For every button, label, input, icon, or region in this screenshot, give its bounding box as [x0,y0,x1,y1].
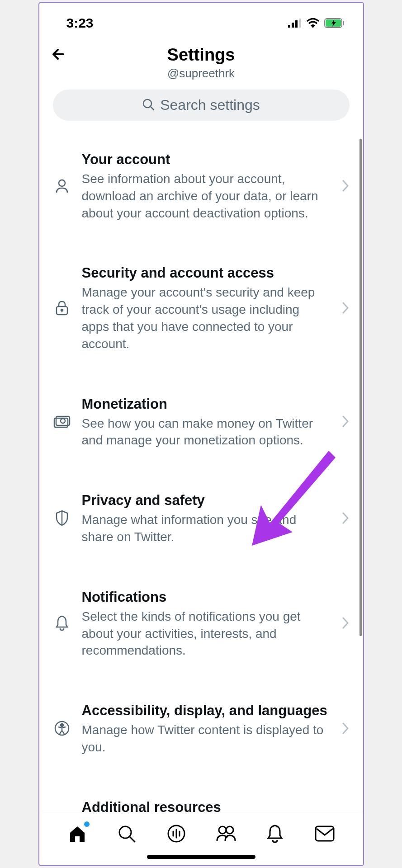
status-right [288,18,345,28]
setting-item-accessibility[interactable]: Accessibility, display, and languages Ma… [39,681,363,778]
cellular-signal-icon [288,19,302,28]
svg-line-8 [151,107,154,110]
svg-rect-1 [292,23,294,28]
scrollbar[interactable] [359,139,362,636]
chevron-right-icon [341,511,350,527]
phone-frame: 3:23 Settings @supreethrk Se [38,2,364,866]
username: @supreethrk [51,66,352,80]
setting-item-account[interactable]: Your account See information about your … [39,130,363,243]
setting-title: Additional resources [82,799,331,813]
chevron-right-icon [341,179,350,194]
money-icon [53,415,71,430]
setting-item-privacy[interactable]: Privacy and safety Manage what informati… [39,471,363,567]
shield-icon [55,510,69,528]
back-button[interactable] [51,45,69,66]
chevron-right-icon [341,722,350,737]
setting-title: Accessibility, display, and languages [82,703,331,719]
svg-rect-6 [343,21,344,25]
setting-item-notifications[interactable]: Notifications Select the kinds of notifi… [39,567,363,681]
chevron-right-icon [341,301,350,316]
setting-item-security[interactable]: Security and account access Manage your … [39,243,363,374]
status-bar: 3:23 [39,3,363,35]
nav-search[interactable] [115,822,138,845]
svg-point-29 [219,826,226,834]
bell-icon [55,615,69,633]
notification-dot [84,821,90,827]
setting-title: Privacy and safety [82,492,331,509]
setting-description: Select the kinds of notifications you ge… [82,608,331,659]
chevron-right-icon [341,616,350,632]
setting-title: Your account [82,151,331,168]
chevron-right-icon [341,415,350,430]
svg-rect-0 [288,25,290,28]
svg-point-9 [59,180,65,186]
wifi-icon [306,18,320,28]
svg-point-30 [226,826,233,834]
search-input[interactable]: Search settings [53,90,350,121]
status-time: 3:23 [66,15,94,31]
setting-title: Monetization [82,396,331,412]
settings-list: Your account See information about your … [39,130,363,813]
setting-description: Manage your account's security and keep … [82,284,331,352]
setting-description: Manage what information you see and shar… [82,511,331,546]
setting-description: See information about your account, down… [82,170,331,222]
nav-notifications[interactable] [264,822,286,845]
svg-point-18 [61,724,63,726]
setting-item-resources[interactable]: Additional resources Check out other pla… [39,778,363,813]
nav-spaces[interactable] [165,822,188,845]
setting-item-monetization[interactable]: Monetization See how you can make money … [39,374,363,471]
svg-rect-31 [316,826,334,841]
page-header: Settings @supreethrk [39,35,363,80]
battery-charging-icon [324,18,345,28]
search-icon [142,98,155,113]
setting-description: See how you can make money on Twitter an… [82,415,331,449]
nav-communities[interactable] [214,822,237,845]
lock-icon [54,300,70,317]
nav-messages[interactable] [313,822,336,845]
svg-line-24 [130,837,135,842]
svg-rect-2 [295,20,298,28]
search-container: Search settings [39,80,363,130]
svg-point-15 [61,419,65,423]
accessibility-icon [54,721,70,738]
setting-title: Notifications [82,589,331,605]
search-placeholder: Search settings [160,97,260,113]
home-indicator[interactable] [147,855,255,859]
page-title: Settings [51,45,352,65]
user-icon [54,178,70,195]
svg-rect-3 [299,19,301,28]
setting-title: Security and account access [82,265,331,281]
bottom-nav [39,813,363,851]
nav-home[interactable] [66,822,89,845]
setting-description: Manage how Twitter content is displayed … [82,722,331,756]
